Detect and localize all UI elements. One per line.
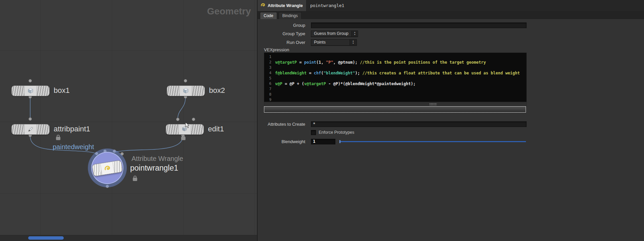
node-stripe <box>12 86 24 96</box>
spinner-arrows-icon[interactable]: ▲▼ <box>351 31 358 37</box>
node-name-field[interactable]: pointwrangle1 <box>310 3 344 8</box>
attributes-to-create-label: Attributes to Create <box>258 122 311 127</box>
vex-gutter: 123456789 <box>264 53 273 102</box>
vexpression-label: VEXpression <box>264 47 289 52</box>
wire-edit1-pointwrangle1[interactable] <box>115 136 183 152</box>
network-bottom-bar <box>0 235 257 241</box>
wires-layer <box>0 0 257 241</box>
param-row-enforce: Enforce Prototypes <box>258 129 644 136</box>
group-type-label: Group Type <box>258 31 311 36</box>
node-stripe <box>191 124 204 134</box>
vex-resize-handle[interactable] <box>429 103 437 105</box>
node-label: attribpaint1 <box>54 125 90 133</box>
blendweight-input[interactable]: 1 <box>311 139 335 144</box>
node-label: edit1 <box>208 125 224 133</box>
parameter-pane: Attribute Wrangle pointwrangle1 Code Bin… <box>257 0 644 241</box>
slider-fill <box>339 141 526 142</box>
paint-icon <box>24 124 37 134</box>
connector-dot[interactable] <box>184 79 187 82</box>
node-stripe <box>167 86 179 96</box>
paint-attribute-label: paintedweight <box>53 143 94 151</box>
connector-dot[interactable] <box>192 118 195 121</box>
group-input[interactable] <box>311 22 527 28</box>
vex-code[interactable]: v@targetP = point(1, "P", @ptnum); //thi… <box>273 53 526 102</box>
node-stripe <box>113 160 122 173</box>
wire-box2-edit1[interactable] <box>178 97 185 119</box>
parameter-header: Attribute Wrangle pointwrangle1 <box>258 0 644 11</box>
network-context-label: Geometry <box>207 6 251 17</box>
param-row-blendweight: Blendweight 1 <box>258 138 644 145</box>
node-stripe <box>12 124 24 134</box>
node-attribpaint1[interactable] <box>11 124 50 135</box>
param-row-group: Group <box>258 22 644 28</box>
blendweight-slider[interactable] <box>339 139 526 144</box>
param-row-group-type: Group Type Guess from Group ▲▼ <box>258 30 644 37</box>
network-editor[interactable]: Geometry <box>0 0 257 241</box>
group-type-value: Guess from Group <box>311 31 351 37</box>
node-type-label: Attribute Wrangle <box>131 155 183 163</box>
box-icon <box>179 86 192 96</box>
lock-icon[interactable] <box>56 137 60 140</box>
node-type-chip[interactable]: Attribute Wrangle <box>258 0 307 11</box>
vex-code-editor[interactable]: 123456789 v@targetP = point(1, "P", @ptn… <box>264 53 527 102</box>
spinner-arrows-icon[interactable]: ▲▼ <box>350 40 357 45</box>
param-row-run-over: Run Over Points ▲▼ <box>258 39 644 46</box>
box-icon <box>24 86 37 96</box>
group-label: Group <box>258 23 311 28</box>
param-row-attributes: Attributes to Create * <box>258 121 644 127</box>
enforce-prototypes-checkbox[interactable] <box>311 130 316 135</box>
node-box2[interactable] <box>167 85 205 96</box>
wrangle-icon <box>100 162 115 175</box>
node-label: box2 <box>209 86 225 95</box>
tab-code[interactable]: Code <box>260 12 277 19</box>
attributes-to-create-input[interactable]: * <box>311 121 527 127</box>
lock-icon[interactable] <box>133 178 137 181</box>
tab-bindings[interactable]: Bindings <box>279 12 302 19</box>
run-over-dropdown[interactable]: Points ▲▼ <box>311 39 357 46</box>
node-label: box1 <box>54 86 70 95</box>
node-label: pointwrangle1 <box>130 164 178 173</box>
vex-resize-strip <box>264 102 527 106</box>
mouse-cursor <box>185 122 191 130</box>
tab-bar: Code Bindings <box>258 11 644 19</box>
node-edit1[interactable] <box>166 124 204 135</box>
vex-scrollbar[interactable] <box>264 106 526 113</box>
slider-handle[interactable] <box>339 140 340 143</box>
node-stripe <box>192 86 205 96</box>
connector-dot[interactable] <box>29 79 32 82</box>
connector-dot[interactable] <box>29 117 32 121</box>
node-type-label: Attribute Wrangle <box>268 3 303 8</box>
run-over-value: Points <box>311 40 350 45</box>
enforce-prototypes-label: Enforce Prototypes <box>319 130 354 135</box>
lock-icon[interactable] <box>181 137 185 140</box>
node-box1[interactable] <box>11 85 50 96</box>
group-type-dropdown[interactable]: Guess from Group ▲▼ <box>311 31 358 37</box>
node-pointwrangle1[interactable] <box>88 148 127 187</box>
node-stripe <box>37 86 49 96</box>
connector-dot[interactable] <box>176 118 179 121</box>
node-stripe <box>166 124 178 134</box>
blendweight-label: Blendweight <box>258 139 311 144</box>
network-path-indicator[interactable] <box>28 236 64 240</box>
run-over-label: Run Over <box>258 40 311 45</box>
wrangle-icon <box>260 2 266 9</box>
node-stripe <box>37 124 49 134</box>
houdini-window: Geometry <box>0 0 644 241</box>
